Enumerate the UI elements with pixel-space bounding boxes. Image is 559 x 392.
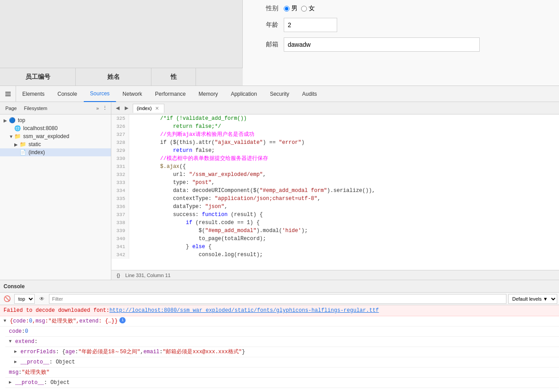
page-right-panel: 性别 男 女 年龄 邮箱 <box>243 0 559 86</box>
tab-performance[interactable]: Performance <box>149 86 192 102</box>
prop-val-age: "年龄必须是18～50之间" <box>78 348 140 356</box>
code-lines: 325 /*if (!validate_add_form()) 326 retu… <box>111 114 559 259</box>
tab-nav-forward[interactable]: ▶ <box>122 104 131 113</box>
gender-female-option[interactable]: 女 <box>301 4 315 12</box>
obj-sep1: , <box>32 317 35 325</box>
console-clear-btn[interactable]: 🚫 <box>2 294 12 304</box>
editor-tab-label: (index) <box>137 106 152 111</box>
tree-item-localhost[interactable]: 🌐 localhost:8080 <box>0 124 111 132</box>
prop-key-extend: extend <box>15 338 34 346</box>
obj-key-extend: extend <box>79 317 98 325</box>
email-input[interactable] <box>284 37 480 52</box>
console-error-font: Failed to decode downloaded font: http:/… <box>0 305 559 316</box>
code-line-330: 330 //模态框中的表单数据提交给服务器进行保存 <box>111 155 559 163</box>
col-gender: 性 <box>151 68 196 86</box>
console-levels-select[interactable]: Default levels ▼ <box>508 294 557 304</box>
tab-memory[interactable]: Memory <box>192 86 224 102</box>
prop-colon-proto-root: : Object <box>44 379 70 387</box>
col-id: 员工编号 <box>0 68 76 86</box>
email-row: 邮箱 <box>252 37 550 52</box>
tree-icon-top: 🔵 <box>9 117 16 123</box>
console-header: Console <box>0 280 559 293</box>
code-line-340: 340 to_page(totalRecord); <box>111 235 559 243</box>
tree-item-ssm[interactable]: ▼ 📁 ssm_war_exploded <box>0 132 111 140</box>
age-input[interactable] <box>284 18 337 32</box>
code-line-329: 329 return false; <box>111 147 559 155</box>
tree-item-top[interactable]: ▶ 🔵 top <box>0 116 111 124</box>
tab-audits[interactable]: Audits <box>296 86 323 102</box>
sources-sidebar: Page Filesystem » ⋮ ▶ 🔵 top 🌐 localhost:… <box>0 102 111 280</box>
obj-colon-extend: : {…} <box>98 317 114 325</box>
tree-arrow-ssm: ▼ <box>9 134 14 139</box>
sources-panel: Page Filesystem » ⋮ ▶ 🔵 top 🌐 localhost:… <box>0 102 559 280</box>
obj-colon-msg: : <box>45 317 48 325</box>
console-eye-btn[interactable]: 👁 <box>37 294 47 304</box>
sidebar-tab-more[interactable]: » <box>94 105 101 112</box>
extend-expand-arrow[interactable]: ▼ <box>9 338 14 346</box>
tree-arrow-top: ▶ <box>4 118 9 123</box>
devtools-toggle-icon[interactable] <box>0 86 16 102</box>
gender-male-radio[interactable] <box>284 6 290 12</box>
code-line-337: 337 success: function (result) { <box>111 211 559 219</box>
prop-val-code: 0 <box>25 327 28 335</box>
code-line-327: 327 //先判断ajax请求检验用户名是否成功 <box>111 131 559 139</box>
prop-val-msg: "处理失败" <box>22 368 49 376</box>
code-line-335: 335 contextType: "application/json;chars… <box>111 195 559 203</box>
svg-rect-1 <box>5 94 11 94</box>
code-editor: ◀ ▶ (index) ✕ 325 /*if (!validate_add_fo… <box>111 102 559 280</box>
obj-info-icon[interactable]: i <box>119 317 126 323</box>
sidebar-overflow-icon[interactable]: ⋮ <box>101 104 109 112</box>
obj-expand-arrow[interactable]: ▼ <box>4 317 9 325</box>
format-btn[interactable]: {} <box>115 273 122 278</box>
tab-network[interactable]: Network <box>116 86 149 102</box>
tab-sources[interactable]: Sources <box>84 86 116 102</box>
prop-key-code: code <box>9 327 22 335</box>
console-prop-errorfields: ▶ errorFields : { age : "年龄必须是18～50之间" ,… <box>11 347 559 357</box>
sidebar-tab-page[interactable]: Page <box>2 105 20 112</box>
gender-male-option[interactable]: 男 <box>284 4 298 12</box>
console-filter-input[interactable] <box>49 294 506 304</box>
obj-key-code: code: <box>13 317 29 325</box>
tab-elements[interactable]: Elements <box>16 86 51 102</box>
code-line-334: 334 data: decodeURIComponent($("#emp_add… <box>111 187 559 195</box>
tree-label-ssm: ssm_war_exploded <box>23 133 69 139</box>
editor-tab-index[interactable]: (index) ✕ <box>133 104 164 113</box>
code-line-326: 326 return false;*/ <box>111 122 559 131</box>
error-font-link[interactable]: http://localhost:8080/ssm_war_exploded/s… <box>110 306 379 314</box>
tree-label-static: static <box>29 141 41 147</box>
errorfields-expand-arrow[interactable]: ▶ <box>14 348 20 356</box>
prop-colon-email: : <box>159 348 163 356</box>
proto-root-arrow[interactable]: ▶ <box>9 379 14 387</box>
code-line-339: 339 $("#emp_add_modal").modal('hide'); <box>111 227 559 235</box>
obj-sep2: , <box>76 317 79 325</box>
table-header: 员工编号 姓名 性 <box>0 68 243 86</box>
tree-item-index[interactable]: 📄 (index) <box>0 148 111 156</box>
console-context-select[interactable]: top <box>14 294 35 304</box>
tab-application[interactable]: Application <box>224 86 264 102</box>
gender-female-radio[interactable] <box>301 6 307 12</box>
prop-colon-errorfields: : { <box>56 348 65 356</box>
code-line-341: 341 } else { <box>111 243 559 251</box>
tree-item-static[interactable]: ▶ 📁 static <box>0 140 111 148</box>
gender-female-label: 女 <box>309 4 315 12</box>
tree-icon-localhost: 🌐 <box>14 125 21 131</box>
tab-nav-back[interactable]: ◀ <box>113 104 122 113</box>
tree-icon-index: 📄 <box>20 149 27 155</box>
proto-extend-arrow[interactable]: ▶ <box>14 358 20 366</box>
code-line-331: 331 $.ajax({ <box>111 163 559 171</box>
tab-close-btn[interactable]: ✕ <box>154 105 160 112</box>
obj-key-msg: msg <box>36 317 45 325</box>
gender-label: 性别 <box>252 4 278 12</box>
console-prop-code: code : 0 <box>5 327 559 337</box>
console-content: Failed to decode downloaded font: http:/… <box>0 305 559 388</box>
prop-colon-proto-extend: : Object <box>49 358 75 366</box>
page-left-panel: 员工编号 姓名 性 <box>0 0 243 86</box>
tree-arrow-static: ▶ <box>14 142 20 147</box>
prop-key-errorfields: errorFields <box>20 348 56 356</box>
code-content[interactable]: 325 /*if (!validate_add_form()) 326 retu… <box>111 114 559 270</box>
tab-console[interactable]: Console <box>51 86 84 102</box>
prop-val-email: "邮箱必须是xxx@xxx.xxx格式" <box>163 348 242 356</box>
sidebar-tab-filesystem[interactable]: Filesystem <box>20 105 51 112</box>
tab-security[interactable]: Security <box>264 86 296 102</box>
code-line-325: 325 /*if (!validate_add_form()) <box>111 114 559 122</box>
